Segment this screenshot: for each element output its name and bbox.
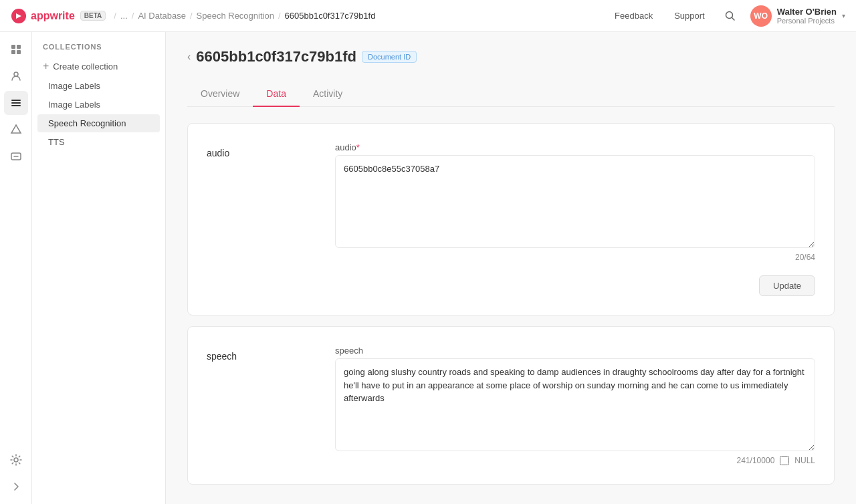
- page-header: ‹ 6605bb1c0f317c79b1fd Document ID: [187, 48, 835, 66]
- svg-rect-3: [11, 45, 15, 49]
- audio-field-name: audio*: [335, 142, 815, 152]
- breadcrumb-sep-0: /: [114, 11, 116, 21]
- svg-rect-9: [11, 102, 21, 104]
- create-collection-button[interactable]: + Create collection: [32, 56, 165, 76]
- breadcrumb-sep-2: /: [190, 11, 193, 21]
- audio-required-marker: *: [356, 142, 360, 152]
- svg-point-13: [14, 458, 18, 462]
- svg-point-7: [14, 72, 18, 76]
- speech-card: speech speech going along slushy country…: [187, 326, 835, 485]
- nav-functions[interactable]: [4, 118, 28, 142]
- sidebar-item-speech-recognition[interactable]: Speech Recognition: [37, 114, 160, 132]
- tab-activity[interactable]: Activity: [300, 82, 356, 107]
- beta-badge: BETA: [80, 11, 106, 21]
- user-project: Personal Projects: [777, 17, 837, 25]
- back-button[interactable]: ‹: [187, 51, 191, 63]
- logo: appwrite: [11, 8, 75, 24]
- svg-rect-4: [17, 45, 21, 49]
- tabs: Overview Data Activity: [187, 82, 835, 107]
- audio-update-button[interactable]: Update: [759, 275, 815, 296]
- speech-field-label: speech: [207, 346, 314, 362]
- sidebar: COLLECTIONS + Create collection Image La…: [32, 32, 166, 504]
- avatar: WO: [750, 5, 772, 27]
- doc-id-title: 6605bb1c0f317c79b1fd: [196, 48, 356, 66]
- speech-null-label: NULL: [794, 456, 815, 465]
- nav-users[interactable]: [4, 64, 28, 88]
- icon-nav: [0, 32, 32, 504]
- breadcrumb-sep-1: /: [132, 11, 134, 21]
- audio-field-label: audio: [207, 142, 314, 158]
- plus-icon: +: [43, 60, 49, 72]
- sidebar-item-tts[interactable]: TTS: [37, 133, 160, 151]
- breadcrumb-ai-database[interactable]: AI Database: [138, 11, 186, 21]
- nav-collapse[interactable]: [4, 475, 28, 499]
- svg-rect-6: [17, 50, 21, 54]
- breadcrumb-ellipsis[interactable]: ...: [120, 11, 128, 21]
- sidebar-item-image-labels-1[interactable]: Image Labels: [37, 77, 160, 95]
- speech-char-count: 241/10000: [737, 456, 775, 465]
- nav-storage[interactable]: [4, 144, 28, 168]
- user-menu[interactable]: WO Walter O'Brien Personal Projects ▾: [750, 5, 845, 27]
- svg-line-2: [732, 17, 734, 20]
- logo-text: appwrite: [31, 10, 75, 22]
- audio-char-count: 20/64: [335, 253, 815, 262]
- main-content: ‹ 6605bb1c0f317c79b1fd Document ID Overv…: [166, 32, 856, 504]
- nav-collections[interactable]: [4, 91, 28, 115]
- breadcrumb: / ... / AI Database / Speech Recognition…: [114, 11, 375, 21]
- feedback-button[interactable]: Feedback: [609, 8, 658, 23]
- speech-null-checkbox[interactable]: [780, 456, 789, 465]
- chevron-down-icon: ▾: [842, 12, 845, 19]
- sidebar-item-image-labels-2[interactable]: Image Labels: [37, 96, 160, 114]
- user-name: Walter O'Brien: [777, 7, 837, 17]
- breadcrumb-speech-recognition[interactable]: Speech Recognition: [197, 11, 274, 21]
- svg-rect-5: [11, 50, 15, 54]
- svg-marker-11: [11, 125, 21, 133]
- nav-settings[interactable]: [4, 448, 28, 472]
- svg-rect-10: [11, 105, 21, 106]
- breadcrumb-sep-3: /: [278, 11, 281, 21]
- speech-field-name: speech: [335, 346, 815, 356]
- search-icon: [725, 11, 736, 21]
- doc-id-badge: Document ID: [362, 51, 417, 63]
- sidebar-section-title: COLLECTIONS: [32, 43, 165, 56]
- nav-dashboard[interactable]: [4, 37, 28, 61]
- breadcrumb-doc-id: 6605bb1c0f317c79b1fd: [285, 11, 376, 21]
- support-button[interactable]: Support: [669, 8, 710, 23]
- tab-overview[interactable]: Overview: [187, 82, 253, 107]
- audio-textarea[interactable]: 6605bb0c8e55c37058a7: [335, 155, 815, 248]
- svg-rect-8: [11, 100, 21, 101]
- tab-data[interactable]: Data: [253, 82, 300, 107]
- audio-card: audio audio* 6605bb0c8e55c37058a7 20/64 …: [187, 123, 835, 316]
- speech-textarea[interactable]: going along slushy country roads and spe…: [335, 358, 815, 451]
- search-button[interactable]: [721, 7, 740, 25]
